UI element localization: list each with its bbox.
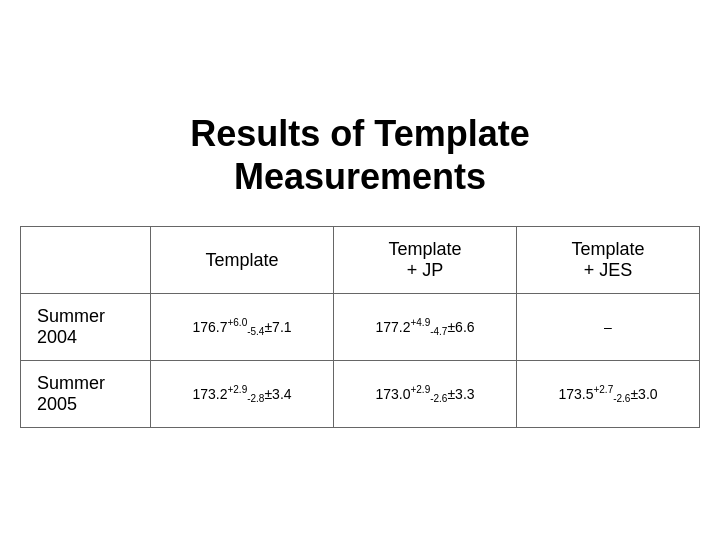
- table-header-row: Template Template+ JP Template+ JES: [21, 227, 700, 294]
- page-container: Results of Template Measurements Templat…: [20, 112, 700, 428]
- row-label-summer2004: Summer2004: [21, 294, 151, 361]
- cell-summer2004-jes: –: [517, 294, 700, 361]
- cell-summer2004-jp: 177.2+4.9-4.7±6.6: [334, 294, 517, 361]
- title-line2: Measurements: [234, 156, 486, 197]
- cell-summer2005-template: 173.2+2.9-2.8±3.4: [151, 361, 334, 428]
- header-template-jes: Template+ JES: [517, 227, 700, 294]
- title-line1: Results of Template: [190, 113, 529, 154]
- cell-summer2005-jp: 173.0+2.9-2.6±3.3: [334, 361, 517, 428]
- row-label-summer2005: Summer2005: [21, 361, 151, 428]
- header-empty: [21, 227, 151, 294]
- header-template-jp: Template+ JP: [334, 227, 517, 294]
- cell-summer2005-jes: 173.5+2.7-2.6±3.0: [517, 361, 700, 428]
- table-row: Summer2004 176.7+6.0-5.4±7.1 177.2+4.9-4…: [21, 294, 700, 361]
- table-row: Summer2005 173.2+2.9-2.8±3.4 173.0+2.9-2…: [21, 361, 700, 428]
- cell-summer2004-template: 176.7+6.0-5.4±7.1: [151, 294, 334, 361]
- header-jp-text: Template+ JP: [388, 239, 461, 280]
- header-jes-text: Template+ JES: [571, 239, 644, 280]
- results-table: Template Template+ JP Template+ JES Summ…: [20, 226, 700, 428]
- page-title: Results of Template Measurements: [190, 112, 529, 198]
- header-template: Template: [151, 227, 334, 294]
